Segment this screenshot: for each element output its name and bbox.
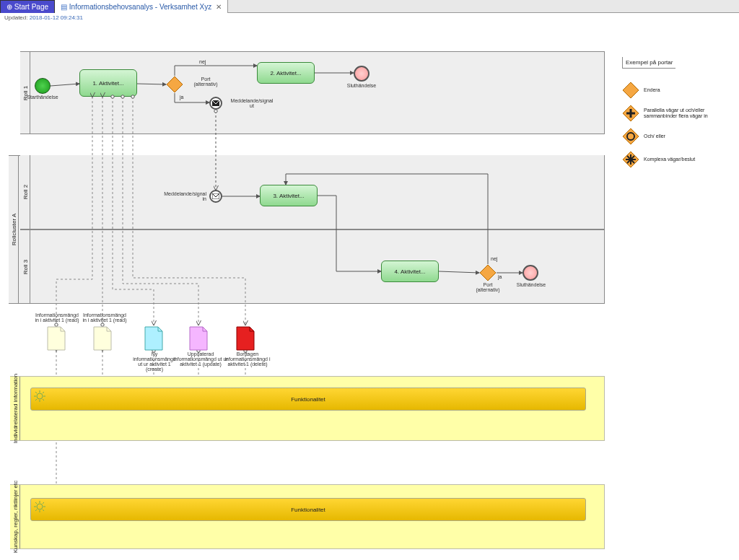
- end-event-1[interactable]: [354, 66, 370, 82]
- diamond-star-icon: [622, 151, 639, 168]
- doc-update[interactable]: [188, 325, 209, 351]
- gateway-2-ja: ja: [498, 274, 502, 279]
- lane-roll3[interactable]: Roll 3: [20, 229, 605, 304]
- diamond-icon: [622, 82, 639, 99]
- legend-row-either: Endera: [622, 82, 730, 99]
- svg-marker-3: [480, 265, 496, 281]
- start-event-1-label: Starthändelse: [25, 95, 61, 100]
- activity-1[interactable]: 1. Aktivitet...: [79, 69, 137, 97]
- diagram-icon: ▤: [61, 3, 67, 11]
- message-in-event[interactable]: [209, 190, 222, 203]
- doc-read2-label: Informationsmängd in i aktivitet 1 (read…: [79, 312, 130, 323]
- updated-label: Updated:: [4, 14, 27, 21]
- gateway-1[interactable]: [166, 76, 183, 93]
- doc-delete-label: Borttagen informationsmängd i aktivitet …: [221, 351, 274, 367]
- legend-andor-label: Och/ eller: [644, 134, 665, 139]
- activity-3[interactable]: 3. Aktivitet...: [260, 185, 318, 206]
- message-out-label: Meddelande/signal ut: [227, 98, 277, 108]
- gateway-1-nej: nej: [199, 59, 206, 64]
- svg-marker-36: [623, 82, 639, 98]
- start-event-1[interactable]: [35, 78, 51, 94]
- svg-point-18: [37, 393, 43, 399]
- gateway-1-ja: ja: [180, 95, 183, 100]
- message-in-label: Meddelande/signal in: [156, 191, 206, 201]
- tab-doc-label: Informationsbehovsanalys - Verksamhet Xy…: [69, 3, 211, 11]
- func-bar-1[interactable]: Funktionalitet: [30, 388, 586, 411]
- doc-read1-label: Informationsmängd in i aktivitet 1 (read…: [32, 312, 82, 323]
- svg-line-33: [43, 509, 44, 511]
- lane-label-roll2: Roll 2: [20, 155, 30, 229]
- legend-row-andor: Och/ eller: [622, 128, 730, 145]
- svg-marker-40: [623, 128, 639, 144]
- end-event-2-label: Sluthändelse: [512, 282, 550, 287]
- doc-delete[interactable]: [235, 325, 255, 351]
- gateway-1-label: Port (alternativ): [188, 76, 224, 87]
- lane-label-roll1: Roll 1: [20, 52, 30, 134]
- legend: Exempel på portar Endera Parallella väga…: [622, 57, 730, 174]
- gateway-2-label: Port (alternativ): [472, 282, 504, 292]
- legend-either-label: Endera: [644, 87, 660, 93]
- func-bar-1-label: Funktionalitet: [291, 396, 325, 403]
- gear-icon: [34, 501, 45, 512]
- svg-line-25: [43, 392, 44, 393]
- lane-info-label: Individrelaterad information: [10, 377, 20, 440]
- lane-label-roll3: Roll 3: [20, 230, 30, 303]
- updated-value: 2018-01-12 09:24:31: [30, 14, 83, 21]
- diagram-canvas[interactable]: Roll 1 Rollcluster A Roll 2 Roll 3 Start…: [0, 22, 739, 558]
- globe-icon: ⊕: [6, 3, 12, 11]
- close-icon[interactable]: ✕: [216, 3, 222, 11]
- legend-title: Exempel på portar: [622, 57, 675, 69]
- legend-row-parallel: Parallella vägar ut och/eller sammanbind…: [622, 105, 730, 122]
- svg-line-23: [35, 392, 37, 393]
- doc-read1[interactable]: [46, 325, 66, 351]
- pool-label-cluster-a: Rollcluster A: [9, 156, 19, 303]
- message-out-event[interactable]: [209, 97, 222, 110]
- gear-icon: [34, 390, 45, 402]
- svg-marker-0: [167, 76, 183, 92]
- svg-line-32: [35, 502, 37, 504]
- svg-line-24: [43, 399, 44, 401]
- tab-bar: ⊕ Start Page ▤ Informationsbehovsanalys …: [0, 0, 739, 13]
- func-bar-2-label: Funktionalitet: [291, 507, 325, 513]
- doc-create[interactable]: [144, 325, 164, 351]
- legend-parallel-label: Parallella vägar ut och/eller sammanbind…: [644, 108, 730, 118]
- svg-line-35: [35, 509, 37, 511]
- activity-2[interactable]: 2. Aktivitet...: [257, 62, 315, 84]
- gateway-2[interactable]: [479, 264, 497, 281]
- func-bar-2[interactable]: Funktionalitet: [30, 498, 586, 521]
- lane-rules-label: Kunskap, regler, riktlinjer etc: [10, 485, 20, 548]
- diamond-plus-icon: [622, 105, 639, 122]
- tab-start-label: Start Page: [14, 3, 48, 11]
- legend-row-complex: Komplexa vägar/beslut: [622, 151, 730, 168]
- legend-complex-label: Komplexa vägar/beslut: [644, 157, 695, 162]
- svg-point-27: [37, 504, 43, 509]
- svg-line-34: [43, 502, 44, 504]
- end-event-1-label: Sluthändelse: [343, 83, 380, 88]
- doc-read2[interactable]: [92, 325, 113, 351]
- tab-start-page[interactable]: ⊕ Start Page: [0, 0, 55, 13]
- activity-4[interactable]: 4. Aktivitet...: [381, 261, 439, 282]
- tab-document[interactable]: ▤ Informationsbehovsanalys - Verksamhet …: [55, 0, 228, 13]
- updated-timestamp: Updated: 2018-01-12 09:24:31: [0, 13, 739, 22]
- gateway-2-nej: nej: [491, 256, 497, 261]
- end-event-2[interactable]: [522, 265, 538, 281]
- svg-line-26: [35, 399, 37, 401]
- diamond-circle-icon: [622, 128, 639, 145]
